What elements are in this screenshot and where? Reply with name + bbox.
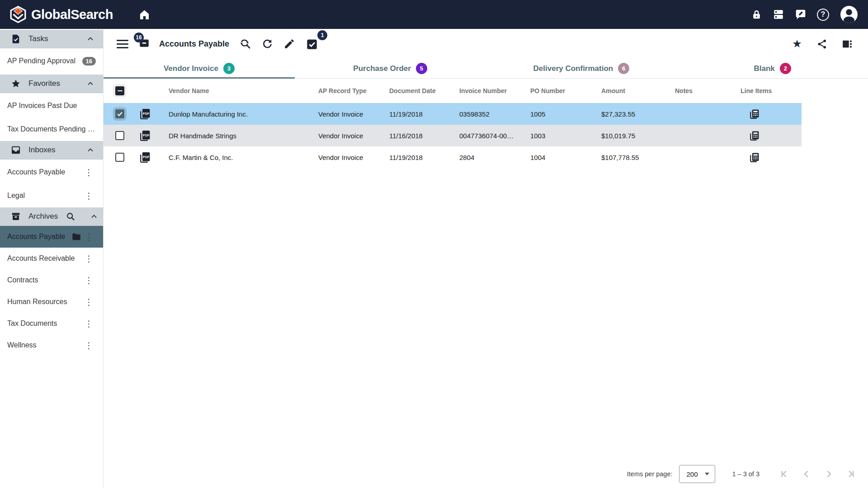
sidebar-item-archive-accounts-payable[interactable]: Accounts Payable ⋮ — [0, 226, 103, 248]
tab-blank[interactable]: Blank 2 — [677, 59, 868, 78]
kebab-menu-icon[interactable]: ⋮ — [82, 166, 96, 178]
sidebar-section-inboxes[interactable]: Inboxes — [0, 141, 103, 160]
line-items-icon[interactable] — [741, 152, 802, 163]
line-items-icon[interactable] — [741, 108, 802, 120]
next-page-icon[interactable] — [817, 465, 840, 483]
svg-text:PDF: PDF — [143, 133, 150, 137]
document-type-tabs: Vendor Invoice 3 Purchase Order 5 Delive… — [104, 59, 868, 79]
selected-count-badge: 1 — [317, 30, 327, 40]
sidebar-item-archive-tax-documents[interactable]: Tax Documents ⋮ — [0, 313, 103, 334]
results-table-header: Vendor Name AP Record Type Document Date… — [104, 79, 802, 103]
sidebar-section-favorites[interactable]: Favorites — [0, 75, 103, 93]
table-row[interactable]: PDF Dunlop Manufacturing Inc. Vendor Inv… — [104, 103, 802, 125]
page-size-select[interactable]: 200 — [679, 465, 715, 483]
column-header-document-date[interactable]: Document Date — [389, 87, 459, 94]
chevron-up-icon[interactable] — [86, 79, 95, 88]
first-page-icon[interactable] — [773, 465, 795, 483]
kebab-menu-icon[interactable]: ⋮ — [82, 274, 96, 286]
account-icon[interactable] — [840, 5, 859, 24]
table-row[interactable]: PDF DR Handmade Strings Vendor Invoice 1… — [104, 125, 802, 146]
folder-icon — [71, 232, 81, 242]
column-header-vendor-name[interactable]: Vendor Name — [169, 87, 318, 94]
search-again-icon[interactable] — [235, 35, 255, 53]
cell-po-number: 1004 — [530, 154, 601, 161]
column-header-invoice-number[interactable]: Invoice Number — [459, 87, 530, 94]
section-label: Favorites — [28, 79, 78, 88]
column-header-ap-record-type[interactable]: AP Record Type — [318, 87, 389, 94]
archive-title: Accounts Payable — [159, 39, 229, 49]
last-page-icon[interactable] — [840, 465, 862, 483]
pdf-document-icon[interactable]: PDF — [139, 108, 169, 120]
tab-delivery-confirmation[interactable]: Delivery Confirmation 6 — [486, 59, 677, 78]
favorite-star-icon[interactable]: ★ — [787, 35, 807, 53]
tab-purchase-order[interactable]: Purchase Order 5 — [295, 59, 486, 78]
star-icon — [11, 79, 21, 89]
menu-icon[interactable] — [117, 40, 128, 48]
archive-icon — [11, 211, 21, 221]
line-items-icon[interactable] — [741, 130, 802, 141]
sidebar-item-archive-accounts-receivable[interactable]: Accounts Receivable ⋮ — [0, 248, 103, 269]
kebab-menu-icon[interactable]: ⋮ — [82, 296, 96, 308]
kebab-menu-icon[interactable]: ⋮ — [82, 190, 96, 202]
table-row[interactable]: PDF C.F. Martin & Co, Inc. Vendor Invoic… — [104, 146, 802, 168]
tab-count-badge: 2 — [780, 63, 791, 74]
column-header-amount[interactable]: Amount — [601, 87, 675, 94]
cell-amount: $10,019.75 — [601, 132, 675, 140]
refresh-icon[interactable] — [257, 35, 278, 53]
sidebar-item-archive-wellness[interactable]: Wellness ⋮ — [0, 334, 103, 356]
sidebar-item-inbox-accounts-payable[interactable]: Accounts Payable ⋮ — [0, 160, 103, 185]
search-icon[interactable] — [66, 211, 75, 221]
kebab-menu-icon[interactable]: ⋮ — [82, 318, 96, 330]
row-checkbox[interactable] — [115, 153, 124, 162]
dns-icon[interactable] — [773, 9, 784, 20]
cell-vendor-name: DR Handmade Strings — [169, 132, 318, 140]
share-icon[interactable] — [811, 35, 832, 53]
cell-vendor-name: C.F. Martin & Co, Inc. — [169, 154, 318, 161]
cell-amount: $27,323.55 — [601, 110, 675, 118]
chevron-up-icon[interactable] — [90, 212, 99, 221]
toolbar-actions-right: ★ — [787, 35, 857, 53]
pdf-document-icon[interactable]: PDF — [139, 130, 169, 142]
sidebar: Tasks AP Pending Approval 16 Favorites A… — [0, 29, 104, 488]
cell-ap-record-type: Vendor Invoice — [318, 132, 389, 140]
column-header-line-items[interactable]: Line Items — [741, 87, 802, 94]
cell-vendor-name: Dunlop Manufacturing Inc. — [169, 110, 318, 118]
inbox-shortcut-icon[interactable]: 16 — [138, 37, 150, 51]
sidebar-item-archive-human-resources[interactable]: Human Resources ⋮ — [0, 291, 103, 313]
edit-icon[interactable] — [279, 35, 300, 53]
help-icon[interactable]: ? — [817, 9, 829, 21]
lock-icon[interactable] — [751, 9, 762, 20]
sidebar-item-ap-pending-approval[interactable]: AP Pending Approval 16 — [0, 48, 103, 74]
view-layout-icon[interactable] — [836, 35, 857, 53]
kebab-menu-icon[interactable]: ⋮ — [82, 231, 96, 243]
tasks-icon — [11, 34, 21, 44]
column-header-notes[interactable]: Notes — [675, 87, 741, 94]
cell-invoice-number: 03598352 — [459, 110, 530, 118]
chevron-up-icon[interactable] — [86, 145, 95, 155]
inbox-count-badge: 16 — [134, 33, 144, 42]
multiselect-icon[interactable]: 1 — [301, 35, 322, 53]
chevron-up-icon[interactable] — [86, 34, 95, 43]
previous-page-icon[interactable] — [795, 465, 817, 483]
sidebar-section-tasks[interactable]: Tasks — [0, 30, 103, 48]
sidebar-item-archive-contracts[interactable]: Contracts ⋮ — [0, 269, 103, 291]
cell-document-date: 11/16/2018 — [389, 132, 459, 140]
sidebar-section-archives[interactable]: Archives — [0, 207, 103, 226]
row-checkbox[interactable] — [115, 131, 124, 140]
pdf-document-icon[interactable]: PDF — [139, 151, 169, 164]
cell-amount: $107,778.55 — [601, 154, 675, 161]
page-size-value: 200 — [687, 470, 699, 478]
brand: GlobalSearch — [9, 6, 113, 23]
sidebar-item-inbox-legal[interactable]: Legal ⋮ — [0, 185, 103, 206]
kebab-menu-icon[interactable]: ⋮ — [82, 339, 96, 352]
row-checkbox-checked[interactable] — [115, 109, 124, 118]
home-icon[interactable] — [138, 9, 151, 21]
tab-vendor-invoice[interactable]: Vendor Invoice 3 — [104, 59, 295, 78]
column-header-po-number[interactable]: PO Number — [530, 87, 601, 94]
kebab-menu-icon[interactable]: ⋮ — [82, 253, 96, 265]
feedback-icon[interactable] — [795, 9, 807, 20]
sidebar-item-ap-invoices-past-due[interactable]: AP Invoices Past Due — [0, 93, 103, 118]
task-count-badge: 16 — [82, 57, 96, 66]
sidebar-item-tax-documents-pending[interactable]: Tax Documents Pending Inde… — [0, 118, 103, 140]
select-all-checkbox[interactable] — [115, 86, 124, 95]
